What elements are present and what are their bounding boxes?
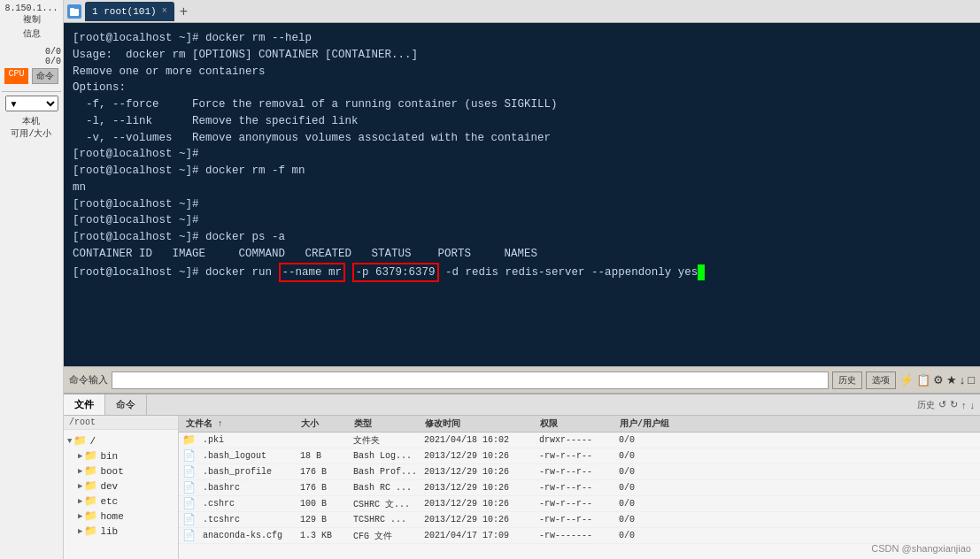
sidebar-ip: 8.150.1...複制 [2,4,61,26]
file-header-2[interactable]: 类型 [351,417,421,430]
local-label: 本机 [22,117,40,126]
file-perm: -rw-r--r-- [536,499,615,509]
tab-commands[interactable]: 命令 [105,394,147,415]
tree-root-label: / [89,436,96,447]
doc-icon: 📄 [182,465,196,479]
tab-label: 1 root(101) [92,6,157,17]
window-icon[interactable]: □ [968,373,975,387]
file-row-5[interactable]: 📄.tcshrc129 BTCSHRC ...2013/12/29 10:26-… [179,512,980,528]
tree-label-etc: etc [100,496,118,507]
file-perm: -rw-r--r-- [536,467,615,477]
tree-item-etc[interactable]: ▶📁etc [64,494,178,509]
doc-icon: 📄 [182,449,196,463]
file-name: .cshrc [199,499,297,509]
upload-icon[interactable]: ↑ [961,400,967,410]
file-name: anaconda-ks.cfg [199,531,297,540]
file-user: 0/0 [615,467,677,477]
file-user: 0/0 [615,451,677,461]
file-row-0[interactable]: 📁.pki文件夹2021/04/18 16:02drwxr-----0/0 [179,433,980,448]
cmd-badge: 命令 [32,68,58,84]
file-time: 2013/12/29 10:26 [421,483,536,493]
cmd-input-box[interactable] [112,371,829,389]
file-header-3[interactable]: 修改时间 [421,417,536,430]
term-line: [root@localhost ~]# docker ps -a [73,229,971,246]
file-type: Bash Prof... [350,467,421,477]
file-name: .tcshrc [199,515,297,525]
breadcrumb: /root [64,416,178,430]
tab-item-root[interactable]: 1 root(101) × [85,2,174,21]
file-header-5[interactable]: 用户/用户组 [616,417,678,430]
bottom-tabs: 文件 命令 历史 ↺ ↻ ↑ ↓ [64,394,980,416]
file-row-3[interactable]: 📄.bashrc176 BBash RC ...2013/12/29 10:26… [179,480,980,496]
term-line: [root@localhost ~]# [73,146,971,163]
clipboard-icon[interactable]: 📋 [916,373,930,387]
doc-icon: 📄 [182,481,196,494]
svg-rect-1 [70,8,74,11]
sidebar-local: 本机 可用/大小 [11,115,51,140]
file-size: 176 B [297,483,350,493]
tree-item-lib[interactable]: ▶📁lib [64,524,178,539]
tree-item-home[interactable]: ▶📁home [64,509,178,524]
file-row-2[interactable]: 📄.bash_profile176 BBash Prof...2013/12/2… [179,464,980,480]
file-list: 文件名 ↑大小类型修改时间权限用户/用户组 📁.pki文件夹2021/04/18… [179,416,980,559]
tree-item-root[interactable]: ▼📁/ [64,433,178,448]
file-perm: -rw-r--r-- [536,451,615,461]
refresh2-icon[interactable]: ↻ [950,399,958,410]
file-name: .pki [199,435,297,445]
cmd-icons-group: ⚡ 📋 ⚙ ★ ↓ □ [899,373,975,387]
cursor [698,264,705,281]
term-line: -f, --force Force the removal of a runni… [73,96,971,113]
file-time: 2021/04/18 16:02 [421,435,536,445]
file-header-4[interactable]: 权限 [536,417,616,430]
tab-close-btn[interactable]: × [162,6,167,16]
tree-item-bin[interactable]: ▶📁bin [64,448,178,463]
file-time: 2021/04/17 17:09 [421,531,536,540]
options-btn[interactable]: 选项 [866,371,896,389]
history-btn[interactable]: 历史 [832,371,862,389]
file-header-1[interactable]: 大小 [297,417,351,430]
sidebar-dropdown[interactable]: ▼ [5,96,58,111]
file-row-4[interactable]: 📄.cshrc100 BCSHRC 文...2013/12/29 10:26-r… [179,496,980,512]
doc-icon: 📄 [182,513,196,526]
tab-files[interactable]: 文件 [64,394,105,415]
file-header-0[interactable]: 文件名 ↑ [182,417,297,430]
highlight-name: --name mr [279,263,346,283]
main-area: 1 root(101) × + [root@localhost ~]# dock… [64,0,980,559]
sidebar-info: 信息 [23,27,41,40]
tree-label-home: home [100,511,123,522]
ip-text[interactable]: 8.150.1...複制 [4,4,58,25]
term-line: Remove one or more containers [73,64,971,80]
term-line: Options: [73,80,971,96]
counter1-value: 0/0 [45,47,61,57]
file-user: 0/0 [615,499,677,509]
term-line: -v, --volumes Remove anonymous volumes a… [73,130,971,147]
star-icon[interactable]: ★ [946,373,957,387]
sidebar-divider [2,91,61,92]
file-perm: -rw-r--r-- [536,483,615,493]
file-tree[interactable]: ▼📁/▶📁bin▶📁boot▶📁dev▶📁etc▶📁home▶📁lib [64,430,179,542]
file-list-header: 文件名 ↑大小类型修改时间权限用户/用户组 [179,416,980,433]
tab-add-btn[interactable]: + [176,4,191,19]
history-label: 历史 [917,399,935,411]
file-row-6[interactable]: 📄anaconda-ks.cfg1.3 KBCFG 文件2021/04/17 1… [179,528,980,544]
size-label: 可用/大小 [11,129,51,139]
refresh-icon[interactable]: ↺ [938,399,946,410]
tree-item-dev[interactable]: ▶📁dev [64,479,178,494]
doc-icon: 📄 [182,497,196,510]
file-row-1[interactable]: 📄.bash_logout18 BBash Log...2013/12/29 1… [179,448,980,464]
file-size: 176 B [297,467,350,477]
download2-icon[interactable]: ↓ [970,400,976,410]
file-user: 0/0 [615,483,677,493]
download-icon[interactable]: ↓ [960,373,966,387]
counter2-value: 0/0 [45,57,61,66]
cmd-input-label: 命令输入 [69,373,108,387]
tree-item-boot[interactable]: ▶📁boot [64,463,178,479]
term-line: [root@localhost ~]# [73,196,971,213]
lightning-icon[interactable]: ⚡ [899,373,914,387]
gear-icon[interactable]: ⚙ [933,373,944,387]
highlight-port: -p 6379:6379 [352,263,439,283]
cmd-input-bar: 命令输入 历史 选项 ⚡ 📋 ⚙ ★ ↓ □ [64,366,980,393]
tree-label-dev: dev [100,481,118,492]
term-line: CONTAINER ID IMAGE COMMAND CREATED STATU… [73,246,971,263]
terminal[interactable]: [root@localhost ~]# docker rm --helpUsag… [64,23,980,366]
